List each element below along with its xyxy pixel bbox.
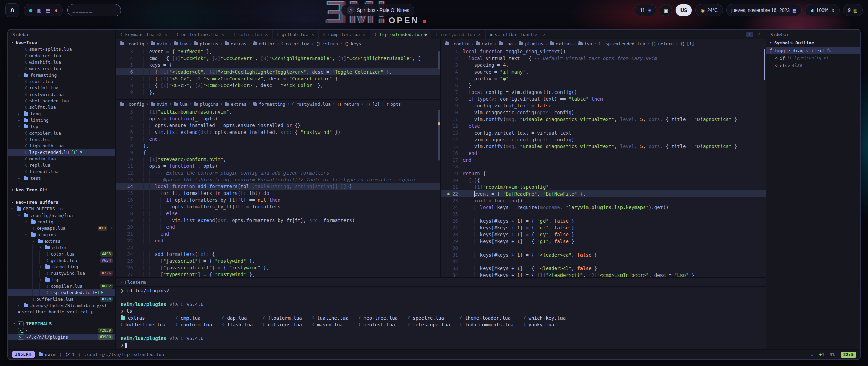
close-icon[interactable]: ×: [265, 32, 268, 37]
date-widget[interactable]: jueves, noviembre 16, 2023▦: [726, 4, 802, 16]
tree-item-smart-splits-lua[interactable]: ☾smart-splits.lua: [8, 46, 115, 53]
breadcrumb-item[interactable]: lua: [174, 102, 188, 107]
code-line[interactable]: 24 add_formatters(tbl: {: [116, 251, 440, 258]
code-line[interactable]: 9 config.virtual_text = false: [441, 102, 766, 109]
keyboard-layout-widget[interactable]: US: [675, 4, 692, 16]
code-line[interactable]: 1local function toggle_diag_virtext(): [441, 48, 766, 55]
code-line[interactable]: 26 keys[#keys + 1] = { "gd", false }: [441, 218, 766, 224]
breadcrumb-item[interactable]: []return: [652, 41, 674, 46]
tree-item-color-lua[interactable]: ☾color.lua#493: [8, 251, 115, 257]
tab-bufferline-lua[interactable]: ☾bufferline.lua×: [172, 30, 229, 39]
close-icon[interactable]: ×: [165, 32, 167, 37]
breadcrumb-item[interactable]: {}keys: [344, 41, 361, 46]
tree-item-worktree-lua[interactable]: ☾worktree.lua: [8, 65, 115, 72]
section-header-neo-tree[interactable]: ▾Neo-Tree: [8, 39, 115, 46]
breadcrumb-item[interactable]: {}return: [337, 102, 359, 107]
pane-lsp[interactable]: .config›nvim›lua›plugins›extras›lsp›☾lsp…: [441, 39, 766, 277]
code-line[interactable]: 10 vim.diagnostic.config(opts: config): [441, 109, 766, 116]
pane-color[interactable]: .config›nvim›lua›plugins›extras›editor›☾…: [116, 39, 440, 100]
code-line[interactable]: 6 }: [441, 82, 766, 89]
tree-item-test[interactable]: ▸test: [8, 175, 115, 181]
breadcrumb-item[interactable]: .config: [120, 41, 144, 46]
code-line[interactable]: 26 ["javascriptreact"] = { "rustywind" }…: [116, 264, 440, 271]
breadcrumb-item[interactable]: nvim: [151, 102, 167, 107]
tree-item-linting[interactable]: ▸linting: [8, 117, 115, 123]
outline-header[interactable]: ▾ Symbols Outline: [766, 39, 860, 47]
tree-item-compiler-lua[interactable]: ☾compiler.lua#682: [8, 283, 115, 289]
outline-item-toggle-diag-virtext[interactable]: ƒtoggle_diag_virtextfu: [766, 47, 860, 54]
code-line[interactable]: 31 keys[#keys + 1] = { "<leader>ca", fal…: [441, 251, 766, 258]
code-line[interactable]: 16 end: [441, 150, 766, 157]
tree-item-editor[interactable]: ▾editor: [8, 244, 115, 251]
code-line[interactable]: 5 keys = {: [116, 62, 440, 68]
tree-item-formatting[interactable]: ▾formatting: [8, 72, 115, 78]
breadcrumb-item[interactable]: .config: [120, 102, 144, 107]
breadcrumb-item[interactable]: nvim: [476, 41, 492, 46]
code-line[interactable]: 10 [1]"stevearc/conform.nvim",: [116, 156, 440, 163]
code-line[interactable]: 21 [1]"neovim/nvim-lspconfig",: [441, 184, 766, 190]
breadcrumb-item[interactable]: nvim: [151, 41, 167, 46]
code-line[interactable]: 23: [116, 244, 440, 251]
code-line[interactable]: 34 keys[#keys + 1] = { [1]"<leader>cil",…: [441, 272, 766, 277]
tree-item-lsp[interactable]: ▾lsp: [8, 277, 115, 283]
tabpage-2[interactable]: 2: [755, 32, 763, 37]
tree-item-sqlfmt-lua[interactable]: ☾sqlfmt.lua: [8, 104, 115, 110]
tree-item-plugins[interactable]: ▾plugins: [8, 231, 115, 238]
breadcrumb-item[interactable]: ☾lsp-extended.lua: [598, 41, 645, 46]
code-line[interactable]: 25 ["javascript"] = { "rustywind" },: [116, 258, 440, 264]
tree-item-undotree-lua[interactable]: ☾undotree.lua: [8, 53, 115, 59]
scrollbar-thumb[interactable]: [438, 110, 440, 161]
tab-scrollbar-handle[interactable]: ▣scrollbar-handle-×: [486, 30, 550, 39]
code-line[interactable]: 9 },: [116, 89, 440, 96]
breadcrumb-item[interactable]: lua: [499, 41, 513, 46]
code-line[interactable]: ●22 event = { "BufReadPre", "BufNewFile"…: [441, 190, 766, 197]
breadcrumb-item[interactable]: editor: [253, 41, 275, 46]
close-icon[interactable]: ×: [478, 32, 481, 37]
code-line[interactable]: 14 local function add_formatters(tbl :ta…: [116, 183, 440, 190]
code-line[interactable]: 12 --- Extend the conform plugin config …: [116, 169, 440, 176]
taskbar-input[interactable]: ______: [67, 4, 121, 16]
breadcrumb-item[interactable]: extras: [550, 41, 572, 46]
code-line[interactable]: 11 vim.notify(msg: "Disable diagnostics …: [441, 116, 766, 123]
code-line[interactable]: 14 vim.diagnostic.config(opts: config): [441, 136, 766, 143]
code-line[interactable]: 3 spacing = 4,: [441, 62, 766, 68]
code-line[interactable]: 8 if type(v: config.virtual_text) == "ta…: [441, 96, 766, 102]
breadcrumb-item[interactable]: .config: [445, 41, 470, 46]
close-icon[interactable]: ×: [221, 32, 224, 37]
now-playing-widget[interactable]: ♫ Spiritbox - Rule Of Nines: [341, 4, 414, 16]
section-header-neo-tree-git[interactable]: ▾Neo-Tree Git: [8, 186, 115, 194]
code-line[interactable]: 30: [441, 245, 766, 251]
breadcrumb-item[interactable]: ☾color.lua: [281, 41, 310, 46]
pane-rustywind[interactable]: .config›nvim›lua›plugins›extras›formatti…: [116, 100, 440, 277]
code-line[interactable]: 7 end,: [116, 136, 440, 142]
code-line[interactable]: 6 vim.list_extend(dst: opts.ensure_insta…: [116, 129, 440, 136]
code-line[interactable]: 33 keys[#keys + 1] = { "<leader>cl", fal…: [441, 265, 766, 272]
volume-widget[interactable]: ◀100%♫: [805, 4, 840, 16]
code-line[interactable]: 23 init = function(): [441, 197, 766, 204]
code-line[interactable]: 7 local config = vim.diagnostic.config(): [441, 89, 766, 96]
tree-item-lens-lua[interactable]: ☾lens.lua: [8, 136, 115, 143]
close-icon[interactable]: ×: [543, 32, 546, 37]
code-line[interactable]: 5 prefix = "●",: [441, 75, 766, 82]
section-header-neo-tree-buffers[interactable]: ▾Neo-Tree Buffers: [8, 198, 115, 206]
tree-item-rustywind-lua[interactable]: ☾rustywind.lua#726: [8, 270, 115, 277]
media-icon[interactable]: ●: [55, 7, 57, 13]
tree-item-formatting[interactable]: ▾formatting: [8, 264, 115, 270]
code-line[interactable]: 4 cmd = { [1]"CccPick", [2]"CccConvert",…: [116, 55, 440, 62]
code-line[interactable]: 17 opts.formatters_by_ft[ft] = formatter…: [116, 203, 440, 210]
code-line[interactable]: 19return {: [441, 170, 766, 177]
code-line[interactable]: 24 local keys = require(modname: "lazyvi…: [441, 204, 766, 211]
code-line[interactable]: 29 keys[#keys + 1] = { "gI", false }: [441, 238, 766, 245]
code-area[interactable]: 1local function toggle_diag_virtext()2 l…: [441, 48, 766, 277]
close-icon[interactable]: ×: [363, 32, 366, 37]
code-line[interactable]: 7 { [1]"<S-C>", [2]"<cmd>CccConvert<cr>"…: [116, 75, 440, 82]
code-area[interactable]: 3 [1]"williamboman/mason.nvim",4 opts = …: [116, 108, 440, 277]
tree-item-github-lua[interactable]: ☾github.lua#654: [8, 257, 115, 264]
code-line[interactable]: 20 [1]{: [441, 177, 766, 184]
breadcrumb-item[interactable]: extras: [225, 41, 246, 46]
breadcrumb-item[interactable]: {}[1]: [680, 41, 694, 46]
code-line[interactable]: 3 [1]"williamboman/mason.nvim",: [116, 108, 440, 115]
code-line[interactable]: 6 { [1]"<leader>uC", [2]"<cmd>CccHighlig…: [116, 68, 440, 75]
breadcrumb-item[interactable]: plugins: [519, 41, 544, 46]
code-line[interactable]: 32: [441, 258, 766, 265]
